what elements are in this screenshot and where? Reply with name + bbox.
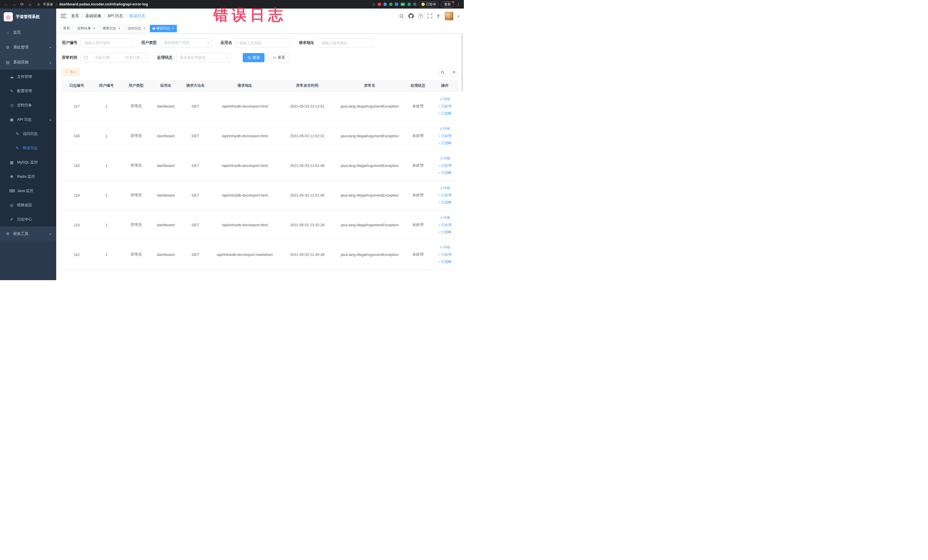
forward-icon[interactable]: → <box>11 2 17 6</box>
detail-link[interactable]: ⊙详细 <box>433 125 457 132</box>
detail-link[interactable]: ⊙详细 <box>433 214 457 221</box>
avatar-dropdown-caret-icon[interactable]: ▾ <box>458 15 459 18</box>
sidebar-item-access-log[interactable]: ✎ 访问日志 <box>0 127 56 141</box>
action-label: 已处理 <box>441 163 452 168</box>
security-label[interactable]: 不安全 <box>43 2 53 7</box>
export-button[interactable]: ↧ 导出 <box>62 69 79 76</box>
sidebar-item-java-monitor[interactable]: ⌨ Java 监控 <box>0 184 56 198</box>
search-button[interactable]: 搜索 <box>243 53 264 62</box>
help-icon[interactable]: ? <box>418 14 423 18</box>
profile-paused-badge[interactable]: 已暂停 <box>419 2 439 8</box>
sidebar-item-log-center[interactable]: ✐ 日志中心 <box>0 212 56 226</box>
refresh-button[interactable]: ⟳ <box>450 68 458 76</box>
action-label: 已忽略 <box>441 200 452 204</box>
processed-link[interactable]: ✓已处理 <box>433 192 457 199</box>
exception-time-label: 异常时间 <box>62 55 77 60</box>
sidebar-item-dev-tools[interactable]: ⚒ 研发工具 ▾ <box>0 226 56 241</box>
date-range-picker[interactable]: 开始日期 - 结束日期 <box>81 53 149 62</box>
app-logo[interactable]: 芋道管理系统 <box>0 9 56 25</box>
user-id-input[interactable] <box>81 38 133 47</box>
reload-icon[interactable]: ⟳ <box>20 2 24 6</box>
ignored-link[interactable]: ✓已忽略 <box>433 229 457 236</box>
search-icon[interactable] <box>399 14 404 18</box>
github-icon[interactable] <box>409 14 414 18</box>
cell-user-type: 管理员 <box>121 210 151 240</box>
close-icon[interactable]: × <box>118 27 120 30</box>
tab-scheduled-tasks[interactable]: 定时任务 × <box>75 25 98 32</box>
close-icon[interactable]: × <box>143 27 145 30</box>
tab-home[interactable]: 首页 <box>60 25 73 32</box>
sidebar-item-system-management[interactable]: ⚙ 系统管理 ▾ <box>0 40 56 55</box>
ignored-link[interactable]: ✓已忽略 <box>433 258 457 265</box>
back-icon[interactable]: ← <box>3 2 9 6</box>
sidebar-item-mysql-monitor[interactable]: ▦ MySQL 监控 <box>0 155 56 169</box>
sidebar-item-trace[interactable]: ◎ 链路追踪 <box>0 198 56 212</box>
close-icon[interactable]: × <box>172 27 174 30</box>
url-text[interactable]: dashboard.yudao.iocoder.cn/infra/log/api… <box>60 2 148 6</box>
processed-link[interactable]: ✓已处理 <box>433 221 457 229</box>
detail-link[interactable]: ⊙详细 <box>433 185 457 192</box>
fullscreen-icon[interactable] <box>427 14 432 18</box>
sidebar-item-label: 基础设施 <box>13 60 29 65</box>
processed-link[interactable]: ✓已处理 <box>433 162 457 169</box>
cell-time: 2021-05-02 21:45:28 <box>279 240 335 269</box>
user-type-select[interactable]: 请选择用户类型 ▾ <box>160 38 212 47</box>
extension-icon-3[interactable] <box>389 3 392 6</box>
security-warning-icon[interactable]: ⚠ <box>37 2 40 6</box>
toggle-search-button[interactable] <box>438 68 447 76</box>
reset-button[interactable]: ⟳ 重置 <box>269 53 290 62</box>
processed-link[interactable]: ✓已处理 <box>433 132 457 139</box>
bookmark-star-icon[interactable]: ☆ <box>372 2 375 6</box>
ignored-link[interactable]: ✓已忽略 <box>433 139 457 146</box>
breadcrumb-item[interactable]: API 日志 <box>108 14 123 18</box>
extension-icon-4[interactable] <box>395 3 398 6</box>
sidebar-item-config-management[interactable]: ✎ 配置管理 <box>0 84 56 98</box>
cell-log-id: 115 <box>62 151 92 180</box>
browser-menu-icon[interactable]: ⋮ <box>456 2 461 6</box>
action-label: 详细 <box>443 127 450 131</box>
cell-log-id: 113 <box>62 210 92 240</box>
tab-error-log[interactable]: 错误日志 × <box>150 25 177 32</box>
scrollbar-thumb[interactable] <box>461 34 463 91</box>
extension-on-badge[interactable]: on <box>400 3 405 6</box>
ignored-link[interactable]: ✓已忽略 <box>433 169 457 176</box>
request-url-input[interactable] <box>318 38 372 47</box>
top-navbar: 首页 / 基础设施 / API 日志 / 错误日志 ? T↕ <box>56 9 464 23</box>
sidebar-item-infrastructure[interactable]: ▤ 基础设施 ▴ <box>0 55 56 70</box>
extension-icon-5[interactable] <box>408 3 411 6</box>
font-size-icon[interactable]: T↕ <box>437 14 440 18</box>
sidebar-item-error-log[interactable]: ✎ 错误日志 <box>0 141 56 155</box>
detail-link[interactable]: ⊙详细 <box>433 155 457 162</box>
sidebar-item-file-management[interactable]: ☁ 文件管理 <box>0 70 56 84</box>
sidebar-item-home[interactable]: ⌂ 首页 <box>0 25 56 40</box>
sidebar-item-redis-monitor[interactable]: ❖ Redis 监控 <box>0 169 56 184</box>
breadcrumb-item[interactable]: 基础设施 <box>85 14 101 18</box>
app-name-input[interactable] <box>236 38 290 47</box>
tab-schedule-log[interactable]: 调度日志 × <box>99 25 123 32</box>
column-header: 操作 <box>432 80 458 91</box>
range-separator: - <box>117 56 118 60</box>
action-label: 详细 <box>443 97 450 101</box>
processed-link[interactable]: ✓已处理 <box>433 251 457 258</box>
ignored-link[interactable]: ✓已忽略 <box>433 110 457 117</box>
breadcrumb-item[interactable]: 首页 <box>71 14 79 18</box>
processed-link[interactable]: ✓已处理 <box>433 103 457 110</box>
browser-update-button[interactable]: 更新 <box>441 2 454 8</box>
browser-home-icon[interactable]: ⌂ <box>27 2 32 6</box>
close-icon[interactable]: × <box>93 27 95 30</box>
tab-access-log[interactable]: 访问日志 × <box>125 25 148 32</box>
sidebar-item-api-logs[interactable]: ▣ API 日志 ▴ <box>0 112 56 127</box>
user-avatar[interactable] <box>445 12 453 20</box>
detail-link[interactable]: ⊙详细 <box>433 96 457 103</box>
status-select[interactable]: 请选择处理状态 ▾ <box>176 53 231 62</box>
sidebar-item-scheduled-tasks[interactable]: ◷ 定时任务 <box>0 98 56 112</box>
extension-icon-1[interactable] <box>378 3 381 6</box>
ignored-link[interactable]: ✓已忽略 <box>433 199 457 206</box>
sidebar-item-label: MySQL 监控 <box>17 160 38 165</box>
extension-icon-6[interactable] <box>413 3 417 6</box>
search-button-label: 搜索 <box>252 55 260 60</box>
sidebar-item-label: 文件管理 <box>17 74 32 79</box>
detail-link[interactable]: ⊙详细 <box>433 244 457 251</box>
extension-icon-2[interactable] <box>383 3 387 6</box>
sidebar-toggle-icon[interactable] <box>61 14 66 18</box>
